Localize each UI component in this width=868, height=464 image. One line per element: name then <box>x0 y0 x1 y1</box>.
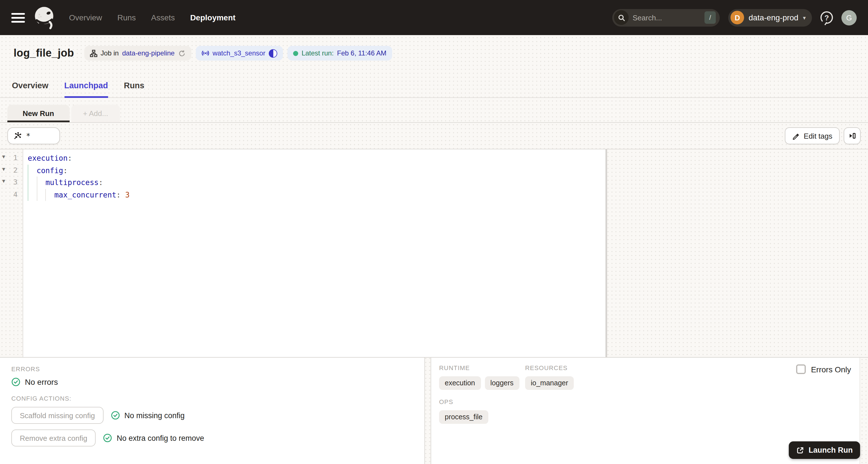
check-circle-icon <box>11 377 20 386</box>
remove-config-row: Remove extra config No extra config to r… <box>11 430 424 446</box>
editor-gutter: ▼ 1 ▼ 2 ▼ 3 4 <box>0 149 23 357</box>
resources-section: RESOURCES io_manager <box>525 364 574 390</box>
bottom-panel: ERRORS No errors CONFIG ACTIONS: Scaffol… <box>0 357 868 464</box>
op-selection-icon <box>13 131 22 140</box>
search-box[interactable]: / <box>612 9 720 26</box>
page-title: log_file_job <box>13 47 74 59</box>
resource-tag[interactable]: io_manager <box>525 376 574 390</box>
job-graph-icon <box>90 50 97 57</box>
sensor-icon <box>201 49 209 57</box>
top-nav: Overview Runs Assets Deployment / D data… <box>0 0 868 35</box>
yaml-editor[interactable]: execution: config: multiprocess: max_con… <box>23 149 606 357</box>
nav-link-assets[interactable]: Assets <box>151 13 175 22</box>
errors-section-label: ERRORS <box>11 366 424 372</box>
config-actions-label: CONFIG ACTIONS: <box>11 395 424 402</box>
ops-section: OPS process_file <box>439 398 868 424</box>
job-header: log_file_job Job in data-eng-pipeline <box>0 35 868 71</box>
hamburger-menu-icon[interactable] <box>11 13 25 22</box>
workspace-switcher[interactable]: D data-eng-prod ▾ <box>728 9 812 26</box>
reload-icon[interactable] <box>178 50 185 57</box>
tab-launchpad[interactable]: Launchpad <box>64 81 108 97</box>
expand-panel-button[interactable] <box>844 127 861 144</box>
gutter-line: ▼ 3 <box>0 177 23 189</box>
gutter-line: ▼ 1 <box>0 152 23 164</box>
runtime-tag[interactable]: loggers <box>485 376 519 390</box>
edit-tags-label: Edit tags <box>804 131 832 140</box>
code-line: multiprocess: <box>28 177 606 189</box>
search-shortcut-badge: / <box>705 11 716 24</box>
scaffold-config-row: Scaffold missing config No missing confi… <box>11 407 424 424</box>
bottom-panel-divider[interactable] <box>424 358 431 464</box>
job-location-badge: Job in data-eng-pipeline <box>84 46 191 61</box>
nav-link-overview[interactable]: Overview <box>69 13 102 22</box>
job-tabs: Overview Launchpad Runs <box>0 71 868 98</box>
launch-icon <box>796 446 804 454</box>
config-editor-region: ▼ 1 ▼ 2 ▼ 3 4 execution: config: multipr… <box>0 149 868 357</box>
toolbar-right: Edit tags <box>785 127 861 144</box>
runtime-section: RUNTIME execution loggers <box>439 364 525 390</box>
no-errors-text: No errors <box>25 377 58 386</box>
config-schema-panel: RUNTIME execution loggers RESOURCES io_m… <box>431 358 868 464</box>
scaffold-missing-config-button[interactable]: Scaffold missing config <box>11 407 103 424</box>
scrollbar-gutter[interactable] <box>860 358 868 464</box>
check-circle-icon <box>111 411 120 420</box>
search-input[interactable] <box>629 13 705 22</box>
edit-tags-button[interactable]: Edit tags <box>785 127 840 144</box>
launch-run-button[interactable]: Launch Run <box>789 441 860 459</box>
line-number: 1 <box>13 153 18 162</box>
errors-panel: ERRORS No errors CONFIG ACTIONS: Scaffol… <box>0 358 424 464</box>
nav-link-runs[interactable]: Runs <box>117 13 136 22</box>
workspace-avatar: D <box>731 11 744 24</box>
session-tab-new-run[interactable]: New Run <box>7 105 69 122</box>
fold-arrow-icon[interactable]: ▼ <box>1 166 6 172</box>
indent-guide <box>36 177 37 201</box>
line-number: 2 <box>13 165 18 174</box>
user-avatar[interactable]: G <box>841 10 857 25</box>
latest-run-label: Latest run: <box>302 49 334 57</box>
pipeline-link[interactable]: data-eng-pipeline <box>122 49 175 57</box>
resources-label: RESOURCES <box>525 364 574 371</box>
dagster-launchpad-page: Overview Runs Assets Deployment / D data… <box>0 0 868 464</box>
run-status-dot <box>293 51 298 56</box>
code-line: max_concurrent: 3 <box>28 189 606 201</box>
runtime-tag[interactable]: execution <box>439 376 481 390</box>
job-location-prefix: Job in <box>101 49 119 57</box>
fold-arrow-icon[interactable]: ▼ <box>1 178 6 184</box>
code-line: config: <box>28 164 606 177</box>
launch-run-label: Launch Run <box>809 446 853 454</box>
op-selection-input[interactable]: * <box>7 127 60 144</box>
top-nav-right: / D data-eng-prod ▾ ? G <box>612 9 857 26</box>
no-errors-status: No errors <box>11 377 424 386</box>
latest-run-badge: Latest run: Feb 6, 11:46 AM <box>287 46 392 61</box>
pencil-icon <box>793 132 800 140</box>
gutter-line: ▼ 2 <box>0 164 23 177</box>
sensor-toggle[interactable] <box>269 49 277 57</box>
nav-link-deployment[interactable]: Deployment <box>190 13 236 22</box>
session-tab-add[interactable]: + Add... <box>71 105 120 122</box>
op-tag[interactable]: process_file <box>439 410 488 424</box>
indent-guide <box>45 189 46 201</box>
help-icon[interactable]: ? <box>820 11 833 24</box>
tab-overview[interactable]: Overview <box>12 81 49 97</box>
play-panel-icon <box>848 132 856 140</box>
errors-only-label: Errors Only <box>811 365 851 374</box>
remove-extra-config-button[interactable]: Remove extra config <box>11 430 96 446</box>
gutter-line: 4 <box>0 189 23 201</box>
missing-config-status: No missing config <box>111 411 184 420</box>
primary-nav: Overview Runs Assets Deployment <box>69 13 236 22</box>
latest-run-link[interactable]: Feb 6, 11:46 AM <box>337 49 386 57</box>
check-circle-icon <box>103 433 112 442</box>
tab-runs[interactable]: Runs <box>124 81 145 97</box>
line-number: 3 <box>13 178 18 186</box>
runtime-label: RUNTIME <box>439 364 525 371</box>
session-tabs: New Run + Add... <box>0 98 868 123</box>
errors-only-checkbox[interactable] <box>796 364 806 374</box>
code-line: execution: <box>28 152 606 164</box>
fold-arrow-icon[interactable]: ▼ <box>1 154 6 160</box>
editor-empty-area <box>607 149 868 357</box>
dagster-logo-icon[interactable] <box>33 6 57 29</box>
ops-label: OPS <box>439 398 868 405</box>
launchpad-toolbar: * Edit tags <box>0 123 868 149</box>
op-selection-value: * <box>26 131 31 140</box>
sensor-link[interactable]: watch_s3_sensor <box>213 49 266 57</box>
